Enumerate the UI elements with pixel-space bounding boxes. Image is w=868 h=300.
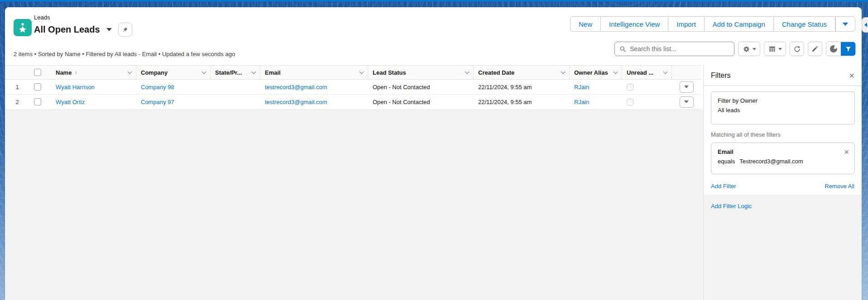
column-label: Company: [141, 69, 168, 76]
cell-unread: [622, 80, 672, 94]
chevron-down-icon[interactable]: [360, 69, 364, 74]
table-header-row: Name↑CompanyState/Pr...EmailLead StatusC…: [5, 65, 701, 80]
cell-state: [211, 80, 260, 94]
filters-close-icon[interactable]: ×: [849, 71, 854, 80]
chevron-down-icon[interactable]: [252, 69, 256, 74]
select-all-checkbox[interactable]: [34, 69, 41, 76]
column-header-name[interactable]: Name↑: [51, 66, 136, 79]
filter-item-card[interactable]: Email equalsTestrecord3@gmail.com ×: [711, 143, 855, 174]
filter-scope-label: Filter by Owner: [718, 97, 848, 104]
row-actions-button[interactable]: [680, 81, 694, 93]
remove-filter-icon[interactable]: ×: [844, 148, 849, 157]
refresh-button[interactable]: [790, 42, 804, 56]
sort-ascending-icon: ↑: [74, 69, 77, 76]
change-status-button[interactable]: Change Status: [774, 16, 835, 32]
column-label: State/Pr...: [215, 69, 242, 76]
header-actions-cell: [672, 66, 701, 79]
pin-icon: [121, 26, 129, 33]
display-caret-icon: [753, 48, 756, 50]
column-header-email[interactable]: Email: [260, 66, 368, 79]
column-header-unread[interactable]: Unread ...: [622, 66, 672, 79]
chevron-down-icon[interactable]: [128, 69, 132, 74]
cell-created_date: 22/11/2024, 9:55 am: [474, 80, 570, 94]
column-header-created_date[interactable]: Created Date: [474, 66, 570, 79]
list-toolbar: [614, 42, 856, 56]
chevron-down-icon[interactable]: [465, 69, 470, 74]
top-accent-bar: [0, 0, 868, 2]
column-header-company[interactable]: Company: [136, 66, 211, 79]
company-link[interactable]: Company 97: [141, 99, 174, 105]
right-edge-tab[interactable]: [862, 17, 868, 33]
row-checkbox-cell: [29, 95, 51, 109]
inline-edit-button[interactable]: [808, 42, 822, 56]
intelligence-view-button[interactable]: Intelligence View: [601, 16, 668, 32]
column-label: Owner Alias: [574, 69, 608, 76]
owner_alias-link[interactable]: RJain: [574, 84, 589, 90]
view-selector-caret-icon[interactable]: [106, 28, 112, 31]
cell-unread: [622, 95, 672, 109]
filter-logic-section: Add Filter Logic: [704, 195, 862, 300]
column-label: Name: [56, 69, 72, 76]
cell-name: Wyatt Ortiz: [51, 95, 136, 109]
filter-scope-card[interactable]: Filter by Owner All leads: [711, 91, 855, 124]
matching-filters-label: Matching all of these filters: [711, 131, 781, 138]
new-button[interactable]: New: [570, 16, 601, 32]
column-label: Lead Status: [373, 69, 406, 76]
more-actions-caret-button[interactable]: [835, 16, 855, 32]
salesforce-leads-page: Leads All Open Leads NewIntelligence Vie…: [0, 0, 868, 300]
chevron-down-icon[interactable]: [561, 69, 566, 74]
list-view-controls-button[interactable]: [738, 42, 760, 56]
chevron-down-icon[interactable]: [202, 69, 206, 74]
charts-icon: [830, 45, 837, 52]
lead-star-icon: [17, 22, 29, 33]
table-display-icon: [768, 45, 776, 53]
cell-lead_status: Open - Not Contacted: [368, 95, 474, 109]
owner_alias-link[interactable]: RJain: [574, 99, 589, 105]
display-as-table-button[interactable]: [764, 42, 786, 56]
column-header-state[interactable]: State/Pr...: [211, 66, 260, 79]
column-header-lead_status[interactable]: Lead Status: [368, 66, 474, 79]
company-link[interactable]: Company 98: [141, 84, 174, 90]
add-to-campaign-button[interactable]: Add to Campaign: [705, 16, 774, 32]
caret-down-icon: [684, 100, 689, 103]
settings-gear-icon: [743, 45, 750, 53]
cell-created_date: 22/11/2024, 9:55 am: [474, 95, 570, 109]
column-label: Created Date: [478, 69, 514, 76]
title-row: All Open Leads: [34, 23, 132, 37]
chevron-down-icon[interactable]: [663, 69, 668, 74]
row-checkbox[interactable]: [34, 98, 41, 105]
filters-panel-header: Filters ×: [704, 65, 862, 86]
cell-state: [211, 95, 260, 109]
row-actions-button[interactable]: [680, 96, 694, 108]
add-filter-link[interactable]: Add Filter: [711, 183, 736, 190]
object-label: Leads: [34, 14, 50, 21]
search-input[interactable]: [630, 45, 729, 52]
list-view-card: Leads All Open Leads NewIntelligence Vie…: [5, 7, 862, 300]
caret-down-icon: [843, 23, 848, 26]
search-box[interactable]: [614, 42, 734, 56]
row-checkbox-cell: [29, 80, 51, 94]
row-number-cell: 2: [5, 95, 29, 109]
chevron-down-icon[interactable]: [614, 69, 618, 74]
row-checkbox[interactable]: [34, 83, 41, 90]
cell-owner_alias: RJain: [570, 95, 622, 109]
filters-button[interactable]: [841, 42, 855, 56]
table-row: 1Wyatt HarrisonCompany 98testrecord3@gma…: [5, 80, 701, 95]
email-link[interactable]: testrecord3@gmail.com: [265, 99, 327, 105]
unread-checkbox: [627, 84, 633, 90]
email-link[interactable]: testrecord3@gmail.com: [265, 84, 327, 90]
list-action-buttons: NewIntelligence ViewImportAdd to Campaig…: [570, 16, 855, 32]
name-link[interactable]: Wyatt Ortiz: [56, 99, 85, 105]
row-number-cell: 1: [5, 80, 29, 94]
import-button[interactable]: Import: [668, 16, 705, 32]
filter-icon: [845, 46, 852, 52]
table-caret-icon: [778, 48, 782, 50]
header-rownum-cell: [5, 66, 29, 79]
column-header-owner_alias[interactable]: Owner Alias: [570, 66, 622, 79]
charts-button[interactable]: [826, 42, 841, 56]
table-empty-area: [5, 110, 703, 300]
pin-list-button[interactable]: [118, 23, 132, 37]
name-link[interactable]: Wyatt Harrison: [56, 84, 95, 90]
remove-all-link[interactable]: Remove All: [825, 183, 854, 190]
add-filter-logic-link[interactable]: Add Filter Logic: [711, 203, 752, 210]
